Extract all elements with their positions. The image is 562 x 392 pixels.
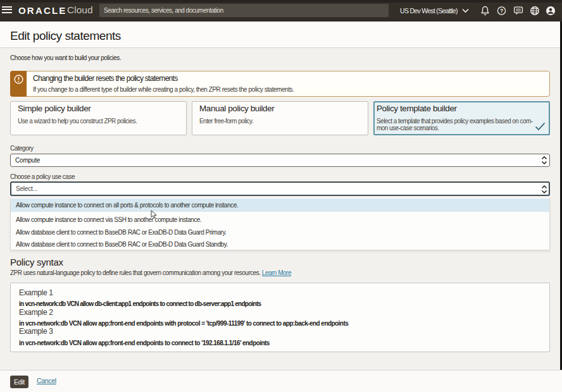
svg-text:?: ? (500, 8, 503, 14)
